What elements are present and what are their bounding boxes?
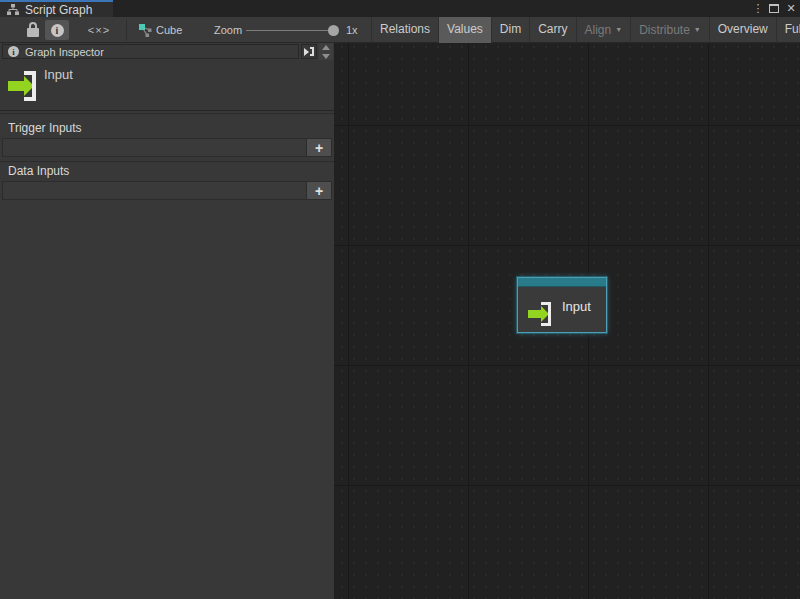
- carry-button[interactable]: Carry: [529, 17, 575, 43]
- toolbar-separator: [126, 19, 127, 41]
- window-menu-icon[interactable]: ⋮: [751, 0, 765, 17]
- full-screen-button[interactable]: Full Screen: [776, 17, 800, 43]
- trigger-inputs-label: Trigger Inputs: [8, 121, 82, 135]
- input-node-title: Input: [562, 299, 591, 314]
- add-data-input-button[interactable]: +: [306, 182, 331, 199]
- zoom-slider-track[interactable]: [246, 30, 334, 31]
- distribute-dropdown[interactable]: Distribute▼: [630, 17, 709, 43]
- tab-title: Script Graph: [25, 3, 92, 17]
- graph-canvas[interactable]: Input: [334, 43, 800, 599]
- script-graph-window: Script Graph ⋮ ✕ i <×> Cube Zoom 1x Rela…: [0, 0, 800, 599]
- unit-title: Input: [44, 67, 73, 82]
- add-trigger-input-button[interactable]: +: [306, 139, 331, 156]
- section-divider: [0, 161, 334, 162]
- inspector-title: Graph Inspector: [25, 46, 104, 58]
- chevron-down-icon: ▼: [694, 26, 701, 33]
- input-unit-mini-icon[interactable]: [301, 44, 317, 59]
- toolbar-button-group: Relations Values Dim Carry Align▼ Distri…: [371, 17, 800, 43]
- lock-icon[interactable]: [26, 22, 40, 38]
- input-unit-icon: [8, 71, 36, 101]
- window-close-icon[interactable]: ✕: [784, 0, 798, 17]
- zoom-label: Zoom: [214, 17, 242, 43]
- input-node-header: [518, 278, 606, 287]
- chevron-down-icon: ▼: [615, 26, 622, 33]
- inspector-header: i Graph Inspector: [2, 44, 299, 59]
- zoom-value: 1x: [346, 17, 358, 43]
- window-maximize-icon[interactable]: [769, 4, 779, 13]
- graph-target-label[interactable]: Cube: [156, 17, 182, 43]
- data-inputs-list: +: [2, 181, 332, 200]
- graph-inspector-panel: i Graph Inspector Input Trigger Inputs +…: [0, 43, 334, 599]
- dim-button[interactable]: Dim: [491, 17, 529, 43]
- info-icon: i: [8, 46, 19, 57]
- scroll-spinner[interactable]: [319, 43, 333, 61]
- data-inputs-label: Data Inputs: [8, 164, 69, 178]
- relations-button[interactable]: Relations: [371, 17, 438, 43]
- inspector-toggle-button[interactable]: i: [45, 20, 69, 40]
- unit-preview: Input: [0, 60, 334, 111]
- section-divider: [0, 113, 334, 114]
- tab-bar: Script Graph ⋮ ✕: [0, 0, 800, 17]
- preview-code-button[interactable]: <×>: [75, 17, 123, 43]
- graph-target-icon: [139, 24, 152, 37]
- graph-tree-icon: [7, 4, 19, 15]
- tab-script-graph[interactable]: Script Graph: [0, 0, 113, 17]
- info-icon: i: [51, 24, 64, 37]
- zoom-slider-handle[interactable]: [328, 25, 339, 36]
- input-node[interactable]: Input: [517, 277, 607, 333]
- trigger-inputs-list: +: [2, 138, 332, 157]
- input-unit-icon: [528, 302, 550, 326]
- scroll-up-icon[interactable]: [319, 43, 333, 52]
- graph-toolbar: i <×> Cube Zoom 1x Relations Values Dim …: [0, 17, 800, 43]
- values-button[interactable]: Values: [438, 17, 491, 43]
- overview-button[interactable]: Overview: [709, 17, 776, 43]
- align-dropdown[interactable]: Align▼: [576, 17, 631, 43]
